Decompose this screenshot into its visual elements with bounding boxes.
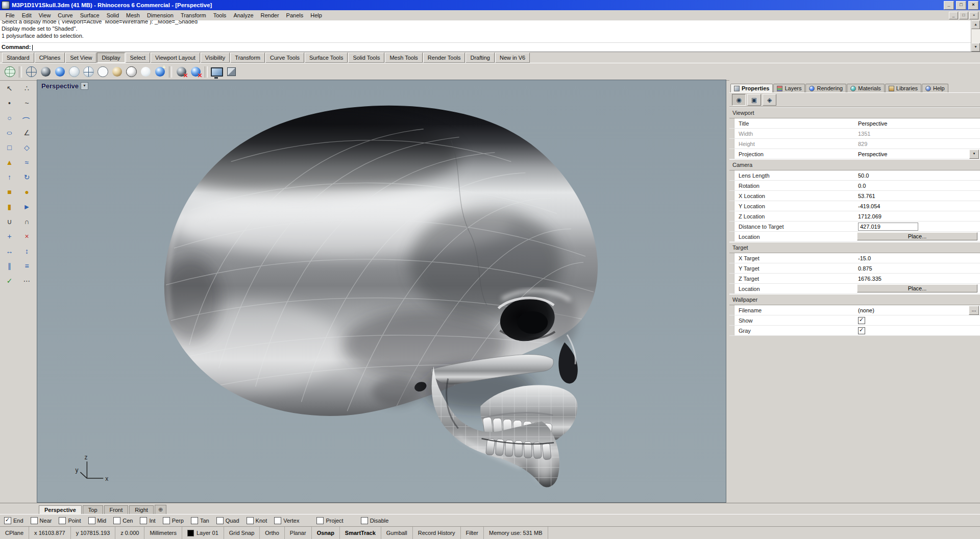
osnap-vertex-checkbox[interactable]	[274, 517, 281, 524]
close-button[interactable]: ×	[968, 1, 978, 10]
ghosted-display-icon[interactable]	[67, 65, 81, 79]
tab-new-in-v6[interactable]: New in V6	[495, 53, 530, 63]
extrude-icon[interactable]: ↑	[1, 170, 18, 184]
osnap-project-checkbox[interactable]	[316, 517, 324, 524]
viewport-tab-perspective[interactable]: Perspective	[39, 505, 82, 514]
new-viewport-tab-icon[interactable]: ⊕	[155, 505, 166, 514]
tab-curve-tools[interactable]: Curve Tools	[265, 53, 304, 63]
osnap-mid-checkbox[interactable]	[88, 517, 95, 524]
display-screen-icon[interactable]: ▣	[747, 94, 761, 106]
rendered-display-icon[interactable]	[53, 65, 66, 79]
circle-icon[interactable]: ○	[1, 111, 18, 125]
tab-viewport-layout[interactable]: Viewport Layout	[151, 53, 200, 63]
scroll-up-icon[interactable]: ▲	[971, 20, 980, 29]
osnap-toggle[interactable]: Osnap	[312, 527, 340, 539]
rectangle-icon[interactable]: □	[1, 140, 18, 155]
wallpaper-gray-checkbox[interactable]	[858, 327, 865, 334]
technical-display-icon[interactable]	[96, 65, 109, 79]
stretch-icon[interactable]: ↕	[18, 244, 35, 258]
property-value[interactable]: (none)...	[855, 305, 980, 315]
menu-render[interactable]: Render	[257, 11, 283, 19]
osnap-perp-checkbox[interactable]	[163, 517, 170, 524]
property-value[interactable]: 53.761	[855, 191, 980, 201]
menu-transform[interactable]: Transform	[177, 11, 210, 19]
mirror-icon[interactable]: ∥	[1, 259, 18, 273]
wireframe-display-icon[interactable]	[24, 65, 38, 79]
wallpaper-show-checkbox[interactable]	[858, 317, 865, 324]
layer-pane[interactable]: Layer 01	[182, 527, 224, 539]
viewport-menu-icon[interactable]: ▼	[81, 82, 88, 90]
osnap-quad[interactable]: Quad	[216, 517, 239, 524]
menu-solid[interactable]: Solid	[103, 11, 122, 19]
tab-set-view[interactable]: Set View	[65, 53, 96, 63]
select-arrow-icon[interactable]: ↖	[1, 81, 18, 95]
property-value[interactable]: 1676.335	[855, 274, 980, 283]
osnap-end-checkbox[interactable]	[4, 517, 11, 524]
minimize-button[interactable]: _	[944, 1, 954, 10]
property-value[interactable]: -419.054	[855, 201, 980, 211]
revolve-icon[interactable]: ↻	[18, 170, 35, 184]
mdi-close-button[interactable]: ×	[969, 12, 978, 19]
cplane-pane[interactable]: CPlane	[0, 527, 29, 539]
loft-icon[interactable]: ≈	[18, 155, 35, 169]
viewport-tab-right[interactable]: Right	[129, 505, 154, 514]
shaded-display-icon[interactable]	[39, 65, 52, 79]
grid-globe-icon[interactable]	[3, 65, 16, 79]
osnap-cen[interactable]: Cen	[113, 517, 133, 524]
ortho-toggle[interactable]: Ortho	[260, 527, 285, 539]
osnap-int-checkbox[interactable]	[140, 517, 147, 524]
menu-panels[interactable]: Panels	[283, 11, 307, 19]
osnap-mid[interactable]: Mid	[88, 517, 107, 524]
shade-selected-red-x-icon[interactable]	[175, 65, 188, 79]
mdi-minimize-button[interactable]: _	[949, 12, 958, 19]
display-modes-icon[interactable]	[225, 65, 238, 79]
command-scrollbar[interactable]: ▲ ▼	[971, 20, 980, 52]
scale-icon[interactable]: ↔	[1, 244, 18, 258]
scroll-down-icon[interactable]: ▼	[971, 43, 980, 52]
ellipse-icon[interactable]: ○	[1, 126, 18, 140]
property-value[interactable]: Perspective▼	[855, 149, 980, 159]
smarttrack-toggle[interactable]: SmartTrack	[340, 527, 381, 539]
osnap-end[interactable]: End	[4, 517, 23, 524]
osnap-tan[interactable]: Tan	[191, 517, 209, 524]
osnap-int[interactable]: Int	[140, 517, 155, 524]
menu-help[interactable]: Help	[307, 11, 326, 19]
tab-visibility[interactable]: Visibility	[201, 53, 230, 63]
gumball-toggle[interactable]: Gumball	[381, 527, 413, 539]
viewport-tab-front[interactable]: Front	[104, 505, 129, 514]
menu-analyze[interactable]: Analyze	[230, 11, 257, 19]
boolean-intersect-icon[interactable]: ∩	[18, 214, 35, 229]
camera-target-icon[interactable]: ◈	[763, 94, 776, 106]
tab-layers[interactable]: Layers	[773, 84, 805, 92]
polyline-icon[interactable]: ∠	[18, 126, 35, 140]
osnap-disable-checkbox[interactable]	[361, 517, 368, 524]
cone-icon[interactable]: ▲	[1, 155, 18, 169]
property-value[interactable]: Perspective	[855, 118, 980, 128]
tab-cplanes[interactable]: CPlanes	[35, 53, 65, 63]
property-value[interactable]: 0.0	[855, 181, 980, 190]
planar-toggle[interactable]: Planar	[285, 527, 312, 539]
osnap-near[interactable]: Near	[31, 517, 52, 524]
units-pane[interactable]: Millimeters	[144, 527, 182, 539]
tab-standard[interactable]: Standard	[2, 53, 34, 63]
projection-dropdown-icon[interactable]: ▼	[969, 150, 979, 159]
menu-surface[interactable]: Surface	[77, 11, 103, 19]
osnap-knot-checkbox[interactable]	[247, 517, 254, 524]
osnap-point-checkbox[interactable]	[59, 517, 66, 524]
osnap-quad-checkbox[interactable]	[216, 517, 224, 524]
raytrace-off-red-x-icon[interactable]	[189, 65, 202, 79]
arctic-display-icon[interactable]	[139, 65, 152, 79]
command-history[interactable]: Select a display mode ( Viewport=Active …	[2, 20, 971, 42]
move-icon[interactable]: +	[1, 229, 18, 243]
menu-file[interactable]: File	[2, 11, 18, 19]
sphere-icon[interactable]: ●	[18, 185, 35, 199]
app-icon[interactable]	[2, 1, 10, 9]
tab-solid-tools[interactable]: Solid Tools	[348, 53, 384, 63]
xray-display-icon[interactable]	[82, 65, 95, 79]
tab-transform[interactable]: Transform	[230, 53, 265, 63]
command-prompt[interactable]: Command:	[2, 42, 971, 52]
maximize-button[interactable]: □	[956, 1, 966, 10]
curve-icon[interactable]: ~	[18, 96, 35, 110]
boolean-union-icon[interactable]: ∪	[1, 214, 18, 229]
skull-model[interactable]: z x y	[37, 80, 726, 502]
